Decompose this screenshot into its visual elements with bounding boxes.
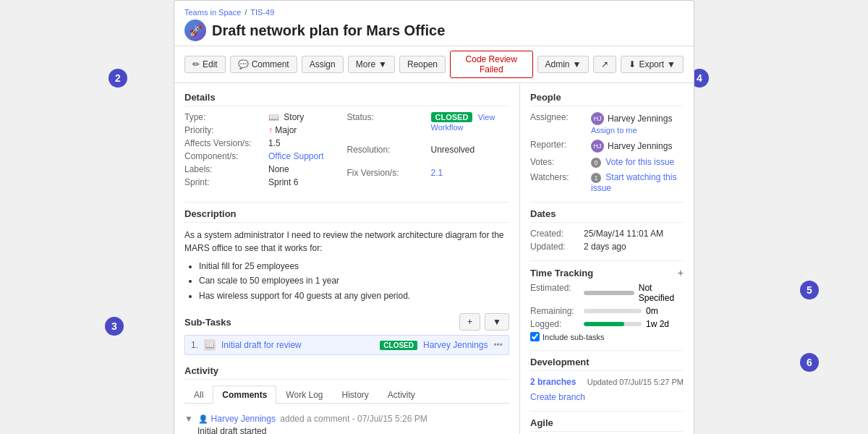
export-button[interactable]: ⬇ Export ▼ xyxy=(621,56,684,73)
bullet-3: Has wireless support for 40 guests at an… xyxy=(199,289,509,303)
subtask-num: 1. xyxy=(191,340,198,350)
details-left: Type: 📖 Story Priority: ↑ Major Affects … xyxy=(184,112,347,187)
admin-button[interactable]: Admin ▼ xyxy=(537,56,590,73)
branches-link[interactable]: 2 branches xyxy=(530,377,576,387)
watchers-link[interactable]: Start watching this issue xyxy=(591,172,676,193)
subtasks-header: Sub-Tasks + ▼ xyxy=(184,313,509,331)
more-button[interactable]: More ▼ xyxy=(348,56,395,73)
issue-panel: Teams in Space / TIS-49 🚀 Draft network … xyxy=(174,0,694,434)
assign-to-me-link[interactable]: Assign to me xyxy=(591,126,637,135)
left-column: Details Type: 📖 Story Priority: ↑ Major xyxy=(174,83,520,434)
dev-heading: Development xyxy=(530,357,684,371)
breadcrumb-project[interactable]: Teams in Space xyxy=(184,8,241,17)
story-icon: 📖 xyxy=(268,112,279,122)
comment-action-text: added a comment - 07/Jul/15 5:26 PM xyxy=(280,414,427,424)
subtask-status-badge: CLOSED xyxy=(380,341,417,350)
vote-link[interactable]: Vote for this issue xyxy=(605,157,674,167)
comment-icon: 💬 xyxy=(238,59,249,69)
breadcrumb-issue-id[interactable]: TIS-49 xyxy=(250,8,274,17)
components-label: Component/s: xyxy=(184,151,264,161)
tab-all[interactable]: All xyxy=(184,386,213,404)
watchers-icon: 1 xyxy=(591,173,601,183)
admin-chevron-icon: ▼ xyxy=(573,59,582,69)
priority-value: ↑ Major xyxy=(268,125,347,135)
reporter-label: Reporter: xyxy=(530,140,588,153)
dev-branches-row: 2 branches Updated 07/Jul/15 5:27 PM xyxy=(530,377,684,387)
subtask-type-icon: 📖 xyxy=(204,339,216,351)
assignee-label: Assignee: xyxy=(530,112,588,135)
details-right: Status: CLOSED View Workflow Resolution:… xyxy=(347,112,510,187)
create-branch-link[interactable]: Create branch xyxy=(530,392,585,402)
resolution-value: Unresolved xyxy=(431,145,510,164)
estimated-value: Not Specified xyxy=(639,283,684,303)
project-icon: 🚀 xyxy=(184,20,206,41)
add-subtask-button[interactable]: + xyxy=(459,313,480,331)
commenter-link[interactable]: Harvey Jennings xyxy=(211,414,276,424)
remaining-label: Remaining: xyxy=(530,306,581,316)
activity-tabs: All Comments Work Log History Activity xyxy=(184,386,509,404)
assignee-name: Harvey Jennings xyxy=(608,114,672,124)
description-heading: Description xyxy=(184,208,509,223)
edit-label: Edit xyxy=(203,59,218,69)
reporter-name: Harvey Jennings xyxy=(608,141,672,151)
subtask-menu-button[interactable]: ▼ xyxy=(485,313,509,331)
assignee-name-wrap: HJ Harvey Jennings xyxy=(591,112,684,125)
tab-history[interactable]: History xyxy=(333,386,378,404)
details-heading: Details xyxy=(184,92,509,106)
reopen-button[interactable]: Reopen xyxy=(399,56,446,73)
reporter-name-wrap: HJ Harvey Jennings xyxy=(591,140,684,153)
content-area: Details Type: 📖 Story Priority: ↑ Major xyxy=(174,83,694,434)
votes-label: Votes: xyxy=(530,157,588,168)
created-label: Created: xyxy=(530,229,581,239)
affects-value: 1.5 xyxy=(268,138,347,148)
include-subtasks-checkbox[interactable] xyxy=(530,332,540,341)
time-heading: Time Tracking xyxy=(530,268,593,278)
edit-button[interactable]: ✏ Edit xyxy=(184,56,226,73)
subtask-link[interactable]: Initial draft for review xyxy=(221,340,374,350)
breadcrumb-sep: / xyxy=(244,8,247,17)
assignee-value: HJ Harvey Jennings Assign to me xyxy=(591,112,684,135)
votes-value: 0 Vote for this issue xyxy=(591,157,684,168)
reporter-value: HJ Harvey Jennings xyxy=(591,140,684,153)
bullet-2: Can scale to 50 employees in 1 year xyxy=(199,273,509,288)
badge-5: 5 xyxy=(800,281,819,299)
assign-button[interactable]: Assign xyxy=(302,56,344,73)
comment-item: ▼ 👤 Harvey Jennings added a comment - 07… xyxy=(184,411,509,434)
components-value: Office Support xyxy=(268,151,347,161)
subtask-more-icon[interactable]: ••• xyxy=(493,340,503,350)
code-review-button[interactable]: Code Review Failed xyxy=(450,51,533,78)
type-label: Type: xyxy=(184,112,264,122)
sprint-label: Sprint: xyxy=(184,177,264,187)
people-section: People Assignee: HJ Harvey Jennings Assi… xyxy=(530,92,684,193)
share-button[interactable]: ↗ xyxy=(593,56,616,73)
description-text: As a system administrator I need to revi… xyxy=(184,229,509,255)
comment-meta: ▼ 👤 Harvey Jennings added a comment - 07… xyxy=(184,414,509,424)
fix-label: Fix Version/s: xyxy=(347,168,427,187)
admin-label: Admin xyxy=(545,59,570,69)
people-heading: People xyxy=(530,92,684,106)
comment-label: Comment xyxy=(252,59,289,69)
status-label: Status: xyxy=(347,112,427,142)
agile-heading: Agile xyxy=(530,417,684,432)
badge-2: 2 xyxy=(109,69,127,88)
more-label: More xyxy=(356,59,375,69)
comment-button[interactable]: 💬 Comment xyxy=(230,56,297,73)
time-add-icon[interactable]: + xyxy=(678,267,684,278)
created-value: 25/May/14 11:01 AM xyxy=(584,229,684,239)
issue-header: Teams in Space / TIS-49 🚀 Draft network … xyxy=(174,1,694,46)
issue-title: 🚀 Draft network plan for Mars Office xyxy=(184,20,684,41)
collapse-icon: ▼ xyxy=(184,414,193,424)
type-text: Story xyxy=(284,112,304,122)
subtask-row: 1. 📖 Initial draft for review CLOSED Har… xyxy=(184,335,509,355)
tab-worklog[interactable]: Work Log xyxy=(276,386,332,404)
components-link[interactable]: Office Support xyxy=(268,151,324,161)
fix-link[interactable]: 2.1 xyxy=(431,168,443,178)
labels-value: None xyxy=(268,164,347,174)
watchers-value: 1 Start watching this issue xyxy=(591,172,684,193)
logged-bar xyxy=(584,322,642,326)
priority-icon: ↑ xyxy=(268,125,273,135)
tab-comments[interactable]: Comments xyxy=(213,386,276,404)
commenter-avatar: 👤 xyxy=(198,414,208,423)
remaining-bar-wrap: 0m xyxy=(584,306,684,316)
tab-activity[interactable]: Activity xyxy=(378,386,425,404)
